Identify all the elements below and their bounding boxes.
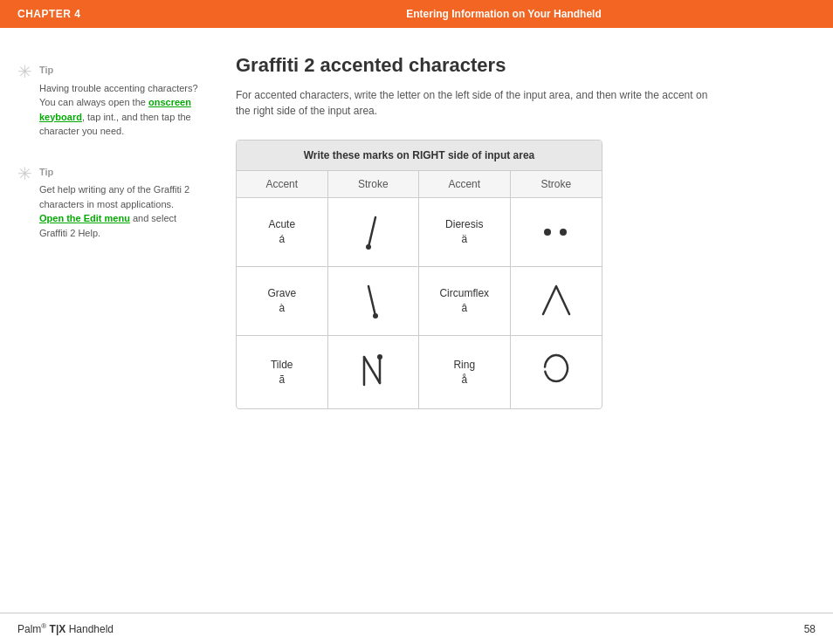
accent-grave-char: à	[279, 301, 285, 316]
stroke-circumflex-cell	[511, 267, 602, 335]
section-desc: For accented characters, write the lette…	[236, 87, 725, 119]
accent-circumflex-cell: Circumflex â	[419, 267, 511, 335]
stroke-dieresis-cell	[511, 198, 602, 266]
svg-point-1	[366, 244, 371, 250]
chapter-label: CHAPTER 4	[17, 8, 192, 20]
accent-acute-char: á	[279, 232, 285, 247]
accent-dieresis-cell: Dieresis ä	[419, 198, 511, 266]
sidebar: ✳ Tip Having trouble accenting character…	[17, 54, 218, 595]
circumflex-stroke-svg	[539, 279, 574, 323]
dieresis-stroke-svg	[539, 223, 574, 241]
tip-star-2: ✳	[17, 163, 32, 184]
accent-tilde-name: Tilde	[271, 358, 293, 373]
section-title: Graffiti 2 accented characters	[236, 54, 816, 77]
table-header: Write these marks on RIGHT side of input…	[237, 140, 602, 171]
accent-acute-name: Acute	[268, 217, 295, 232]
table-row: Grave à Circumflex â	[237, 267, 602, 336]
stroke-ring-cell	[511, 336, 602, 408]
tip-1: ✳ Tip Having trouble accenting character…	[17, 63, 201, 139]
accent-table: Write these marks on RIGHT side of input…	[236, 140, 602, 409]
tip-star-1: ✳	[17, 61, 32, 82]
main-content: Graffiti 2 accented characters For accen…	[218, 54, 816, 595]
ring-stroke-svg	[539, 348, 574, 396]
accent-dieresis-char: ä	[461, 232, 467, 247]
accent-dieresis-name: Dieresis	[445, 217, 483, 232]
acute-stroke-svg	[360, 210, 386, 254]
table-row: Acute á Dieresis ä	[237, 198, 602, 267]
col-headers-row: Accent Stroke Accent Stroke	[237, 171, 602, 198]
accent-grave-cell: Grave à	[237, 267, 328, 335]
footer-brand-name: Palm®	[17, 623, 46, 635]
footer-page: 58	[804, 623, 816, 635]
col-header-accent1: Accent	[237, 171, 328, 197]
svg-line-0	[368, 217, 375, 247]
grave-stroke-svg	[360, 279, 386, 323]
accent-circumflex-char: â	[461, 301, 467, 316]
header-bar: CHAPTER 4 Entering Information on Your H…	[0, 0, 833, 28]
svg-point-3	[560, 229, 567, 236]
tip-1-content: Tip Having trouble accenting characters?…	[39, 63, 201, 139]
tip-2-content: Tip Get help writing any of the Graffiti…	[39, 165, 201, 241]
content-area: ✳ Tip Having trouble accenting character…	[0, 28, 833, 613]
svg-point-5	[373, 313, 378, 319]
accent-ring-name: Ring	[453, 358, 475, 373]
svg-line-4	[368, 286, 375, 316]
stroke-tilde-cell	[328, 336, 420, 408]
svg-line-7	[364, 357, 380, 383]
stroke-acute-cell	[328, 198, 420, 266]
footer-device: Handheld	[69, 623, 114, 635]
col-header-accent2: Accent	[419, 171, 511, 197]
footer-brand: Palm® T|X Handheld	[17, 622, 114, 635]
footer-model: T|X	[50, 623, 66, 635]
accent-acute-cell: Acute á	[237, 198, 328, 266]
svg-point-2	[544, 229, 551, 236]
tip-2-label: Tip	[39, 165, 201, 180]
table-body: Acute á Dieresis ä	[237, 198, 602, 408]
accent-tilde-char: ã	[279, 373, 285, 387]
accent-ring-cell: Ring å	[419, 336, 511, 408]
tip-1-label: Tip	[39, 63, 201, 78]
col-header-stroke2: Stroke	[511, 171, 602, 197]
tilde-stroke-svg	[355, 348, 390, 396]
header-title: Entering Information on Your Handheld	[192, 8, 816, 20]
col-header-stroke1: Stroke	[328, 171, 420, 197]
stroke-grave-cell	[328, 267, 420, 335]
svg-point-9	[377, 354, 382, 360]
table-row: Tilde ã Ring å	[237, 336, 602, 408]
tip-2: ✳ Tip Get help writing any of the Graffi…	[17, 165, 201, 241]
tip-2-link-edit-menu[interactable]: Open the Edit menu	[39, 213, 130, 223]
footer: Palm® T|X Handheld 58	[0, 613, 833, 644]
accent-tilde-cell: Tilde ã	[237, 336, 328, 408]
tip-2-text-before: Get help writing any of the Graffiti 2 c…	[39, 184, 189, 209]
accent-circumflex-name: Circumflex	[439, 286, 489, 301]
accent-ring-char: å	[461, 373, 467, 387]
accent-grave-name: Grave	[267, 286, 296, 301]
